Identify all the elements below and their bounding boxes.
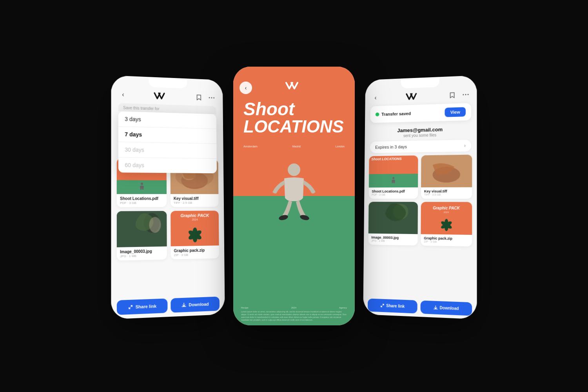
poster-body-text: Lorem ipsum dolor sit amet, consectetur … <box>241 310 347 321</box>
download-button-right[interactable]: Download <box>421 300 472 316</box>
dropdown-item-60days[interactable]: 60 days <box>118 158 217 174</box>
leaf-icon-left <box>187 227 203 243</box>
phone-center: ‹ Shoot LOCATIONS Amsterdam Madrid Lo <box>233 67 355 325</box>
toast-view-button[interactable]: View <box>445 107 466 117</box>
poster-title-center: Shoot LOCATIONS <box>243 100 344 135</box>
expires-text: Expires in 3 days <box>375 144 407 149</box>
right-file-card-key-visual[interactable]: Key visual.tiff TIFF · 3.5 GB <box>421 154 472 199</box>
dropdown-overlay: Save this transfer for 3 days 7 days 30 … <box>118 103 217 173</box>
phone-right-content: ‹ <box>363 75 477 319</box>
bottom-buttons-right: Share link Download <box>363 295 477 319</box>
poster-cities: Amsterdam Madrid London <box>243 145 345 148</box>
download-icon-left <box>181 303 186 308</box>
poster-bottom: Recipe 2024 Agency Lorem ipsum dolor sit… <box>233 303 355 325</box>
poster-shoot-text: Shoot <box>243 100 344 118</box>
right-graphic-pack-title: Graphic PACK 2024 <box>421 204 472 214</box>
download-icon-right <box>433 305 437 310</box>
svg-point-21 <box>468 94 469 95</box>
more-icon-right[interactable] <box>461 90 470 100</box>
link-icon-left <box>128 305 133 310</box>
dropdown-item-30days[interactable]: 30 days <box>118 142 217 159</box>
right-file-meta-image: JPG · 1 MB <box>371 239 414 243</box>
file-card-graphic-pack[interactable]: Graphic PACK 2024 <box>171 211 219 259</box>
sender-section: James@gmail.com sent you some files <box>365 123 477 142</box>
leaf-icon-right <box>439 218 454 232</box>
notch-center <box>272 67 316 78</box>
right-file-meta-graphic-pack: ZIP · 3 GB <box>424 240 469 244</box>
file-info-image: Image_00003.jpg JPG · 1 MB <box>117 247 167 261</box>
crouching-person <box>269 159 319 227</box>
toast-dot <box>376 113 379 116</box>
expires-arrow-icon: › <box>464 143 466 149</box>
header-icons-left <box>194 93 216 102</box>
right-file-meta-key-visual: TIFF · 3.5 GB <box>424 193 469 196</box>
person-figure-thumb <box>138 182 146 192</box>
right-thumb-graphic-pack: Graphic PACK 2024 <box>421 202 472 235</box>
files-grid-right: Shoot LOCATIONS Shoot Locations.pdf P <box>364 154 477 247</box>
bookmark-icon-right[interactable] <box>448 90 457 100</box>
right-file-info-key-visual: Key visual.tiff TIFF · 3.5 GB <box>421 187 472 199</box>
right-thumb-key-visual <box>421 154 472 187</box>
back-button-center[interactable]: ‹ <box>240 82 252 94</box>
right-file-card-shoot-loc[interactable]: Shoot LOCATIONS Shoot Locations.pdf P <box>369 155 418 199</box>
file-card-image[interactable]: Image_00003.jpg JPG · 1 MB <box>117 211 167 261</box>
header-icons-right <box>448 90 471 100</box>
toast-notification: Transfer saved View <box>370 103 471 123</box>
right-thumb-shoot-loc: Shoot LOCATIONS <box>369 155 418 187</box>
svg-point-22 <box>392 177 394 179</box>
wetransfer-logo-center <box>285 81 303 92</box>
city-madrid: Madrid <box>292 145 301 148</box>
file-info-key-visual: Key visual.tiff TIFF · 2.5 GB <box>171 194 219 207</box>
thumb-graphic-pack: Graphic PACK 2024 <box>171 211 219 246</box>
graphic-pack-title-left: Graphic PACK 2024 <box>171 213 219 221</box>
right-file-info-shoot-loc: Shoot Locations.pdf PDF · 3 GB <box>369 187 418 199</box>
phone-left: ‹ <box>111 75 225 319</box>
expires-bar[interactable]: Expires in 3 days › <box>370 140 472 153</box>
file-meta-image: JPG · 1 MB <box>120 254 164 258</box>
dropdown-item-7days[interactable]: 7 days <box>118 127 216 144</box>
link-icon-right <box>380 303 385 308</box>
dropdown-item-3days[interactable]: 3 days <box>118 111 216 129</box>
svg-point-0 <box>209 97 210 98</box>
right-file-card-graphic-pack[interactable]: Graphic PACK 2024 <box>421 202 472 247</box>
city-amsterdam: Amsterdam <box>243 145 258 148</box>
file-meta-graphic-pack: ZIP · 3 GB <box>174 252 216 257</box>
more-icon-left[interactable] <box>207 93 216 102</box>
notch-right <box>401 77 439 88</box>
bookmark-icon-left[interactable] <box>194 93 203 102</box>
right-poster-title: Shoot LOCATIONS <box>371 157 402 162</box>
share-link-button-left[interactable]: Share link <box>117 298 168 315</box>
city-london: London <box>336 145 345 148</box>
svg-point-2 <box>213 97 214 98</box>
thumb-image <box>117 211 167 247</box>
right-file-name-shoot-loc: Shoot Locations.pdf <box>372 189 415 193</box>
file-meta-shoot-loc: PDF · 3 GB <box>120 201 163 205</box>
bottom-buttons-left: Share link Download <box>111 292 225 319</box>
poster-locations-text: LOCATIONS <box>243 118 344 135</box>
toast-left: Transfer saved <box>376 111 411 116</box>
svg-point-1 <box>211 97 212 98</box>
svg-point-16 <box>288 163 300 176</box>
right-file-meta-shoot-loc: PDF · 3 GB <box>372 193 415 196</box>
back-button-right[interactable]: ‹ <box>371 93 380 102</box>
year-label: 2024 <box>291 307 296 309</box>
svg-point-19 <box>463 94 464 95</box>
toast-text: Transfer saved <box>381 111 411 116</box>
agency-label: Agency <box>339 307 347 309</box>
file-name-key-visual: Key visual.tiff <box>174 196 216 201</box>
svg-point-20 <box>465 94 466 95</box>
back-button-left[interactable]: ‹ <box>118 90 128 100</box>
phone-left-content: ‹ <box>111 75 225 319</box>
dropdown-menu: 3 days 7 days 30 days 60 days <box>118 111 217 173</box>
phones-container: ‹ <box>112 67 476 325</box>
notch-left <box>149 77 187 88</box>
right-file-card-image[interactable]: Image_00003.jpg JPG · 1 MB <box>368 202 418 246</box>
file-name-graphic-pack: Graphic pack.zip <box>174 248 216 253</box>
recipe-label: Recipe <box>241 307 249 309</box>
download-button-left[interactable]: Download <box>171 296 220 312</box>
share-link-button-right[interactable]: Share link <box>368 298 417 313</box>
poster-bottom-header: Recipe 2024 Agency <box>241 307 347 309</box>
phone-center-content: ‹ Shoot LOCATIONS Amsterdam Madrid Lo <box>233 67 355 325</box>
right-file-info-graphic-pack: Graphic pack.zip ZIP · 3 GB <box>421 234 472 247</box>
wetransfer-logo-right <box>406 92 421 101</box>
